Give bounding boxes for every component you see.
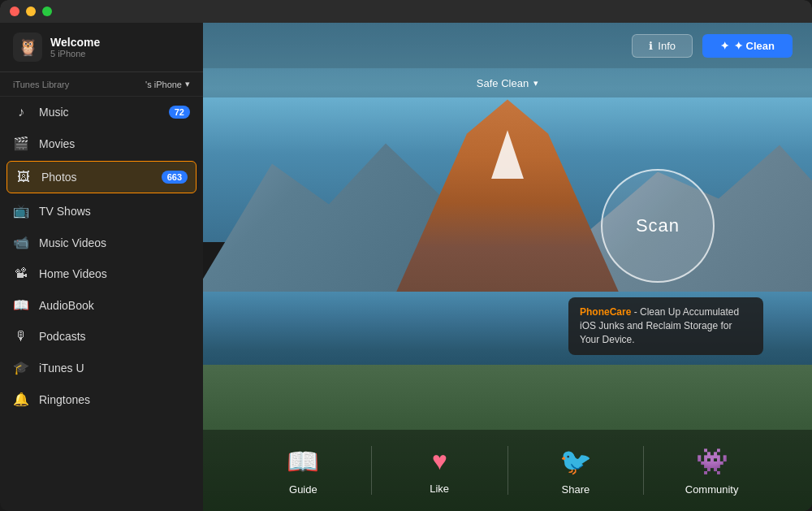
movies-icon: 🎬 xyxy=(13,136,29,151)
sidebar-item-home-videos-label: Home Videos xyxy=(39,267,190,280)
sidebar-item-itunes-u[interactable]: 🎓 iTunes U xyxy=(0,352,203,383)
music-icon: ♪ xyxy=(13,105,29,119)
sidebar-item-podcasts-label: Podcasts xyxy=(39,330,190,343)
user-info: Welcome 5 iPhone xyxy=(50,36,100,58)
sidebar-item-ringtones-label: Ringtones xyxy=(39,393,190,406)
sidebar-item-music-label: Music xyxy=(39,106,159,119)
itunes-library-row[interactable]: iTunes Library 's iPhone ▾ xyxy=(0,72,203,97)
sidebar-item-movies-label: Movies xyxy=(39,137,190,150)
sidebar-item-home-videos[interactable]: 📽 Home Videos xyxy=(0,258,203,289)
device-selector-text: 's iPhone xyxy=(145,80,182,89)
action-like[interactable]: ♥ Like xyxy=(372,446,508,495)
itunes-u-icon: 🎓 xyxy=(13,360,29,375)
close-button[interactable] xyxy=(10,6,19,16)
info-label: Info xyxy=(658,40,676,52)
sidebar-item-photos[interactable]: 🖼 Photos 663 xyxy=(6,161,197,193)
action-guide[interactable]: 📖 Guide xyxy=(235,446,371,496)
music-videos-icon: 📹 xyxy=(13,235,29,250)
community-label: Community xyxy=(685,483,739,496)
podcasts-icon: 🎙 xyxy=(13,329,29,344)
scan-label: Scan xyxy=(636,215,680,236)
scan-button[interactable]: Scan xyxy=(601,169,715,283)
right-panel: ℹ Info ✦ ✦ Clean Safe Clean ▾ Scan Phone… xyxy=(203,23,812,511)
owl-icon: 🦉 xyxy=(18,37,38,57)
top-bar: ℹ Info ✦ ✦ Clean xyxy=(203,23,812,68)
clean-icon: ✦ xyxy=(720,40,729,52)
sidebar-item-music[interactable]: ♪ Music 72 xyxy=(0,97,203,128)
app-window: 🦉 Welcome 5 iPhone iTunes Library 's iPh… xyxy=(0,0,812,511)
chevron-down-icon: ▾ xyxy=(185,79,190,89)
safe-clean-chevron-icon: ▾ xyxy=(533,78,538,89)
community-icon: 👾 xyxy=(696,446,728,477)
sidebar-item-audiobook[interactable]: 📖 AudioBook xyxy=(0,289,203,321)
device-name: 5 iPhone xyxy=(50,49,100,58)
info-button[interactable]: ℹ Info xyxy=(632,34,693,58)
sidebar-item-audiobook-label: AudioBook xyxy=(39,299,190,312)
phonecare-tooltip: PhoneCare - Clean Up Accumulated iOS Jun… xyxy=(568,297,763,354)
sidebar-item-itunes-u-label: iTunes U xyxy=(39,362,190,375)
safe-clean-bar[interactable]: Safe Clean ▾ xyxy=(203,68,812,97)
maximize-button[interactable] xyxy=(42,6,52,16)
app-logo: 🦉 xyxy=(13,32,42,62)
sidebar-item-podcasts[interactable]: 🎙 Podcasts xyxy=(0,321,203,352)
action-share[interactable]: 🐦 Share xyxy=(508,446,644,496)
photos-badge: 663 xyxy=(162,171,188,184)
sidebar-item-movies[interactable]: 🎬 Movies xyxy=(0,128,203,159)
info-icon: ℹ xyxy=(649,40,653,52)
clean-label: ✦ Clean xyxy=(734,40,775,52)
share-label: Share xyxy=(562,483,590,496)
home-videos-icon: 📽 xyxy=(13,266,29,281)
sidebar: 🦉 Welcome 5 iPhone iTunes Library 's iPh… xyxy=(0,23,203,511)
sidebar-item-tv-shows[interactable]: 📺 TV Shows xyxy=(0,195,203,227)
welcome-label: Welcome xyxy=(50,36,100,49)
device-selector[interactable]: 's iPhone ▾ xyxy=(145,79,190,89)
clean-button[interactable]: ✦ ✦ Clean xyxy=(702,34,793,58)
phonecare-brand: PhoneCare xyxy=(580,306,631,318)
sidebar-header: 🦉 Welcome 5 iPhone xyxy=(0,23,203,72)
sidebar-item-photos-label: Photos xyxy=(41,171,152,184)
like-label: Like xyxy=(430,483,449,495)
action-community[interactable]: 👾 Community xyxy=(644,446,780,496)
like-icon: ♥ xyxy=(432,446,447,476)
title-bar xyxy=(0,0,812,23)
guide-icon: 📖 xyxy=(287,446,319,477)
sidebar-item-music-videos-label: Music Videos xyxy=(39,236,190,249)
ringtones-icon: 🔔 xyxy=(13,392,29,407)
music-badge: 72 xyxy=(169,106,190,119)
sidebar-item-ringtones[interactable]: 🔔 Ringtones xyxy=(0,383,203,415)
guide-label: Guide xyxy=(289,483,317,496)
photos-icon: 🖼 xyxy=(15,170,32,184)
bottom-actions-bar: 📖 Guide ♥ Like 🐦 Share 👾 Community xyxy=(203,430,812,511)
minimize-button[interactable] xyxy=(26,6,36,16)
sidebar-item-tv-shows-label: TV Shows xyxy=(39,205,190,218)
sidebar-item-music-videos[interactable]: 📹 Music Videos xyxy=(0,227,203,258)
audiobook-icon: 📖 xyxy=(13,297,29,313)
tv-shows-icon: 📺 xyxy=(13,203,29,219)
main-content: 🦉 Welcome 5 iPhone iTunes Library 's iPh… xyxy=(0,23,812,511)
share-icon: 🐦 xyxy=(559,446,592,477)
safe-clean-label: Safe Clean xyxy=(477,77,529,89)
itunes-library-label: iTunes Library xyxy=(13,80,69,89)
